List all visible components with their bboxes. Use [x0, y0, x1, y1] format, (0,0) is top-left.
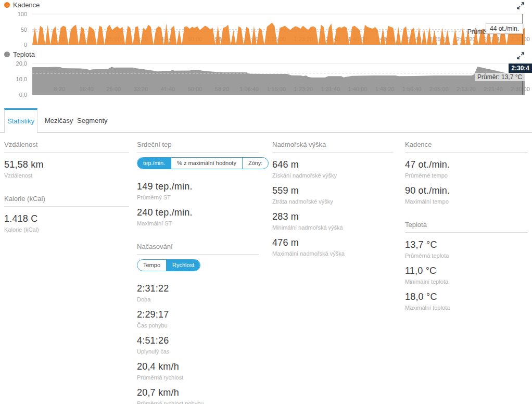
stat-value: 47 ot./min.	[405, 159, 528, 170]
stat-value: 13,7 °C	[405, 239, 528, 250]
stat-label: Maximální tempo	[405, 198, 528, 205]
section-title: Vzdálenost	[4, 141, 129, 153]
x-tick-label: 25:00	[106, 86, 121, 92]
y-tick-label: 100	[18, 11, 27, 17]
stat-value: 559 m	[272, 185, 393, 196]
stat-label: Čas pohybu	[137, 322, 259, 329]
stat-label: Maximální ST	[137, 220, 259, 226]
stats-tab-bar: Statistiky Mezičasy Segmenty	[0, 108, 532, 133]
stat-value: 4:51:26	[137, 335, 259, 346]
stat-item-maxim-ln-tempo: 90 ot./min.Maximální tempo	[405, 185, 528, 205]
kadence-chart[interactable]: 8:2016:4025:0033:2041:4050:0058:201:06:4…	[0, 0, 532, 48]
stat-label: Kalorie (kCal)	[4, 226, 129, 233]
tab-mezicasy[interactable]: Mezičasy	[45, 108, 73, 133]
x-tick-label: 1:15:00	[267, 86, 286, 92]
y-tick-label: 0,0	[19, 92, 27, 98]
stat-value: 2:29:17	[137, 309, 259, 320]
stat-item-pr-m-rn-tempo: 47 ot./min.Průměrné tempo	[405, 159, 528, 179]
stat-label: Ztráta nadmořské výšky	[272, 198, 393, 205]
y-tick-label: 50	[21, 27, 27, 33]
stat-label: Uplynulý čas	[137, 348, 259, 355]
stats-column-heartrate-timing: Srdeční teptep./min.% z maximální hodnot…	[137, 141, 259, 404]
stat-item-kalorie-kcal: 1.418 CKalorie (kCal)	[4, 213, 129, 233]
stat-value: 20,4 km/h	[137, 361, 259, 372]
x-tick-label: 8:20	[54, 86, 65, 92]
segment-tempo[interactable]: Tempo	[137, 260, 166, 271]
x-tick-label: 1:06:40	[239, 86, 259, 92]
x-tick-label: 58:20	[215, 86, 230, 92]
stat-label: Získání nadmořské výšky	[272, 172, 393, 179]
x-tick-label: 2:13:20	[457, 86, 476, 92]
stat-label: Průměrný ST	[137, 194, 259, 200]
stat-item-minim-ln-teplota: 11,0 °CMinimální teplota	[405, 266, 528, 285]
teplota-average-tooltip: Průměr: 13,7 °C	[475, 73, 525, 81]
stat-item-maxim-ln-nadmo-sk-v-ka: 476 mMaximální nadmořská výška	[272, 237, 393, 257]
stat-label: Vzdálenost	[4, 172, 129, 179]
stat-item-as-pohybu: 2:29:17Čas pohybu	[137, 309, 259, 329]
stat-value: 11,0 °C	[405, 266, 528, 276]
stat-value: 476 m	[272, 237, 393, 248]
section-title: Kadence	[405, 141, 528, 153]
stats-column-distance: Vzdálenost51,58 kmVzdálenostKalorie (kCa…	[4, 141, 129, 249]
tab-statistiky[interactable]: Statistiky	[4, 108, 37, 133]
stat-section-kadence: Kadence47 ot./min.Průměrné tempo90 ot./m…	[405, 141, 528, 205]
stat-label: Doba	[137, 296, 259, 302]
stat-item-vzd-lenost: 51,58 kmVzdálenost	[4, 159, 129, 179]
stat-section-na-asov-n: NačasováníTempoRychlost2:31:22Doba2:29:1…	[137, 243, 259, 404]
stat-label: Průměrná teplota	[405, 253, 528, 259]
y-tick-label: 20,0	[16, 60, 27, 67]
x-tick-label: 2:05:00	[429, 86, 449, 92]
y-tick-label: 0	[24, 42, 27, 48]
x-tick-label: 1:31:40	[321, 86, 340, 92]
stat-value: 2:31:22	[137, 283, 259, 294]
hr-display-toggle: tep./min.% z maximální hodnotyZóny:	[137, 157, 269, 169]
stat-label: Průměrná rychlost	[137, 374, 259, 381]
kadence-value-tooltip: 44 ot./min.	[486, 23, 523, 34]
stat-value: 51,58 km	[4, 159, 129, 170]
stat-label: Průměrná rychlost pohybu	[137, 400, 259, 404]
stat-item-z-sk-n-nadmo-sk-v-ky: 646 mZískání nadmořské výšky	[272, 159, 393, 179]
x-tick-label: 2:21:40	[484, 86, 503, 92]
segment-rychlost[interactable]: Rychlost	[166, 260, 200, 271]
section-title: Teplota	[405, 221, 528, 233]
teplota-time-tooltip: 2:30:4	[509, 64, 532, 73]
stat-section-teplota: Teplota13,7 °CPrůměrná teplota11,0 °CMin…	[405, 221, 528, 311]
segment-tep-min[interactable]: tep./min.	[137, 158, 171, 169]
section-title: Srdeční tep	[137, 141, 259, 153]
stat-section-vzd-lenost: Vzdálenost51,58 kmVzdálenost	[4, 141, 129, 179]
x-tick-label: 33:20	[134, 86, 148, 92]
x-tick-label: 1:40:00	[348, 86, 368, 92]
x-tick-label: 1:48:20	[375, 86, 395, 92]
stats-column-elevation: Nadmořská výška646 mZískání nadmořské vý…	[272, 141, 393, 273]
stat-section-nadmo-sk-v-ka: Nadmořská výška646 mZískání nadmořské vý…	[272, 141, 393, 257]
stat-label: Maximální teplota	[405, 305, 528, 311]
y-tick-label: 10,0	[16, 76, 27, 82]
stat-section-kalorie-kcal: Kalorie (kCal)1.418 CKalorie (kCal)	[4, 195, 129, 233]
stat-item-doba: 2:31:22Doba	[137, 283, 259, 302]
x-tick-label: 1:56:40	[402, 86, 422, 92]
stat-item-pr-m-rn-rychlost: 20,4 km/hPrůměrná rychlost	[137, 361, 259, 381]
stat-value: 283 m	[272, 211, 393, 222]
x-tick-label: 50:00	[188, 86, 202, 92]
kadence-area-series	[32, 23, 525, 45]
segment-z-maxim-ln-hodnoty[interactable]: % z maximální hodnoty	[171, 158, 242, 169]
stat-item-pr-m-rn-st: 149 tep./min.Průměrný ST	[137, 181, 259, 200]
pace-speed-toggle: TempoRychlost	[137, 259, 200, 271]
section-title: Nadmořská výška	[272, 141, 393, 153]
stat-label: Minimální teplota	[405, 279, 528, 285]
section-title: Kalorie (kCal)	[4, 195, 129, 207]
stat-item-maxim-ln-st: 240 tep./min.Maximální ST	[137, 207, 259, 226]
stat-item-minim-ln-nadmo-sk-v-ka: 283 mMinimální nadmořská výška	[272, 211, 393, 231]
stat-label: Průměrné tempo	[405, 172, 528, 179]
stat-value: 1.418 C	[4, 213, 129, 224]
stat-item-uplynul-as: 4:51:26Uplynulý čas	[137, 335, 259, 355]
x-tick-label: 16:40	[79, 86, 94, 92]
x-tick-label: 1:23:20	[294, 86, 313, 92]
teplota-chart[interactable]: 8:2016:4025:0033:2041:4050:0058:201:06:4…	[0, 50, 532, 100]
segment-z-ny[interactable]: Zóny:	[242, 158, 269, 169]
x-tick-label: 41:40	[161, 86, 175, 92]
stat-value: 90 ot./min.	[405, 185, 528, 196]
stat-label: Minimální nadmořská výška	[272, 224, 393, 231]
tab-segmenty[interactable]: Segmenty	[77, 108, 108, 133]
stat-section-srde-n-tep: Srdeční teptep./min.% z maximální hodnot…	[137, 141, 259, 226]
